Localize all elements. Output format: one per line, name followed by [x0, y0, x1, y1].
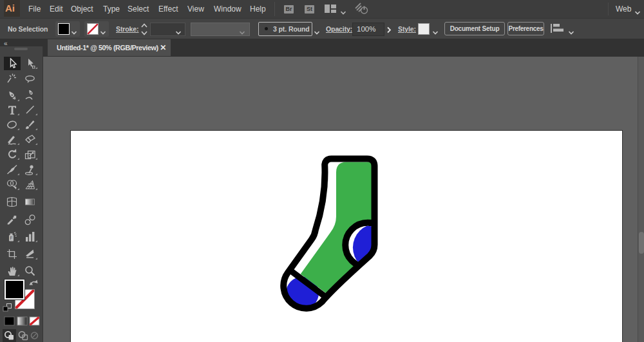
svg-text:F: F	[10, 236, 13, 240]
